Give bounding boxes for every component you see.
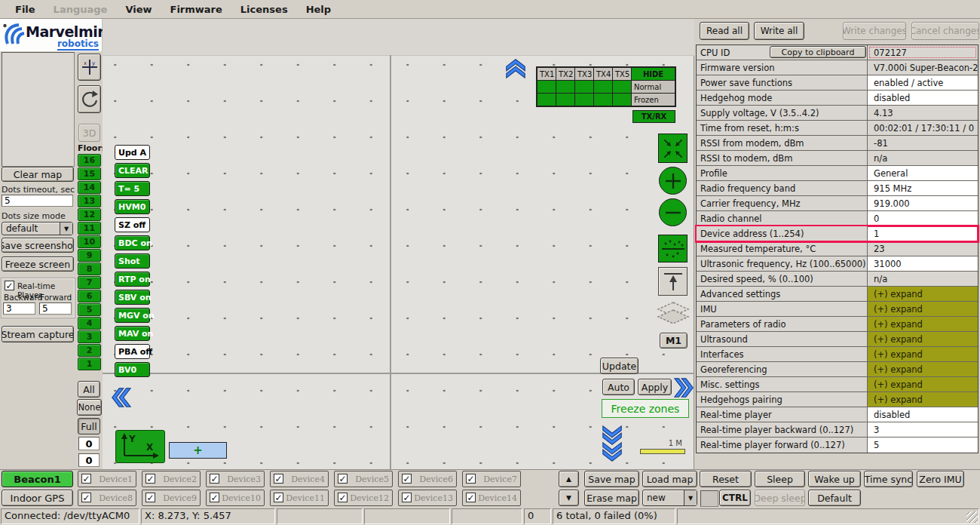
floor-button-5[interactable]: 5 [78, 303, 101, 316]
scroll-up-button[interactable]: ▲ [559, 471, 579, 487]
tx-state-cell-r1c1[interactable] [537, 81, 556, 93]
device-checkbox-device6[interactable]: ✓Device6 [398, 471, 457, 487]
floor-button-12[interactable]: 12 [78, 208, 101, 221]
expand-right-icon[interactable] [673, 376, 696, 400]
device-list[interactable] [2, 52, 75, 167]
floor-button-9[interactable]: 9 [78, 249, 101, 262]
param-value-real-time-player-forward-0-127[interactable]: 5 [868, 438, 978, 453]
fit-view-button[interactable] [658, 134, 688, 163]
map-button-sbv-on[interactable]: SBV on [115, 290, 150, 305]
chevron-down-icon[interactable]: ▼ [60, 223, 72, 235]
device-checkbox-device13[interactable]: ✓Device13 [398, 490, 457, 506]
param-value-real-time-player[interactable]: disabled [868, 407, 978, 422]
clear-map-button[interactable]: Clear map [2, 167, 74, 182]
param-value-imu[interactable]: (+) expand [868, 302, 978, 316]
floor-button-2[interactable]: 2 [78, 344, 101, 357]
menu-item-licenses[interactable]: Licenses [231, 4, 297, 15]
map-canvas[interactable]: TX1TX2TX3TX4TX5HIDENormalFrozen TX/RX Up… [103, 19, 694, 469]
device-checkbox-device10[interactable]: ✓Device10 [206, 490, 265, 506]
save-map-button[interactable]: Save map [584, 471, 639, 487]
copy-to-clipboard-button[interactable]: Copy to clipboard [770, 46, 866, 58]
tx-row-label-normal[interactable]: Normal [632, 81, 675, 93]
auto-button[interactable]: Auto [602, 379, 635, 395]
device-checkbox-device2[interactable]: ✓Device2 [142, 471, 201, 487]
param-value-advanced-settings[interactable]: (+) expand [868, 287, 978, 301]
param-value-ultrasound[interactable]: (+) expand [868, 332, 978, 346]
menu-item-firmware[interactable]: Firmware [161, 4, 231, 15]
checkbox-icon[interactable]: ✓ [274, 474, 283, 484]
checkbox-icon[interactable]: ✓ [466, 474, 476, 484]
dots-size-mode-select[interactable]: default ▼ [2, 222, 73, 235]
checkbox-icon[interactable]: ✓ [81, 493, 91, 502]
checkbox-icon[interactable]: ✓ [338, 493, 348, 502]
wake-up-button[interactable]: Wake up [808, 471, 861, 487]
device-checkbox-device7[interactable]: ✓Device7 [462, 471, 521, 487]
floor-spin-upper[interactable] [78, 437, 100, 450]
tx-header-tx1[interactable]: TX1 [537, 68, 556, 80]
param-value-hedgehog-mode[interactable]: disabled [868, 91, 978, 105]
floor-button-14[interactable]: 14 [78, 181, 101, 194]
collapse-up-icon[interactable] [504, 57, 528, 79]
update-button[interactable]: Update [600, 358, 639, 374]
param-value-ultrasonic-frequency-hz-100-65000[interactable]: 31000 [868, 256, 978, 271]
map-button-bv0[interactable]: BV0 [115, 362, 150, 377]
param-value-device-address-1-254[interactable]: 1 [868, 226, 978, 241]
realtime-player-checkbox[interactable]: ✓ [5, 281, 14, 290]
param-value-carrier-frequency-mhz[interactable]: 919.000 [868, 196, 978, 210]
tx-state-cell-r2c1[interactable] [537, 94, 556, 106]
param-value-real-time-player-backward-0-127[interactable]: 3 [868, 422, 978, 437]
tx-state-cell-r1c3[interactable] [575, 81, 593, 93]
chevron-down-icon[interactable]: ▼ [684, 490, 697, 505]
forward-input[interactable] [39, 302, 72, 315]
tx-state-cell-r1c2[interactable] [556, 81, 574, 93]
tx-state-cell-r2c2[interactable] [556, 94, 574, 106]
ctrl-checkbox[interactable] [700, 490, 718, 507]
floors-full-button[interactable]: Full [78, 418, 100, 434]
param-value-hedgehogs-pairing[interactable]: (+) expand [868, 392, 978, 407]
param-value-parameters-of-radio[interactable]: (+) expand [868, 317, 978, 331]
tx-row-label-hide[interactable]: HIDE [632, 68, 675, 80]
read-all-button[interactable]: Read all [700, 22, 749, 40]
floor-button-1[interactable]: 1 [78, 358, 101, 370]
tx-row-label-frozen[interactable]: Frozen [632, 94, 675, 106]
device-checkbox-device12[interactable]: ✓Device12 [334, 490, 393, 506]
xy-axes-button[interactable]: x y [78, 54, 101, 81]
device-checkbox-device11[interactable]: ✓Device11 [270, 490, 329, 506]
device-checkbox-device1[interactable]: ✓Device1 [78, 471, 136, 487]
floor-button-4[interactable]: 4 [78, 317, 101, 330]
checkbox-icon[interactable]: ✓ [210, 493, 219, 502]
write-all-button[interactable]: Write all [754, 22, 804, 40]
map-button-hvm0[interactable]: HVM0 [115, 199, 150, 214]
param-value-radio-channel[interactable]: 0 [868, 211, 978, 226]
save-screenshot-button[interactable]: Save screenshot [2, 238, 74, 253]
m1-button[interactable]: M1 [660, 333, 688, 348]
device-checkbox-device3[interactable]: ✓Device3 [206, 471, 265, 487]
collapse-left-icon[interactable] [109, 385, 132, 410]
map-button-mgv-on[interactable]: MGV on [115, 308, 150, 323]
load-map-button[interactable]: Load map [642, 471, 697, 487]
floor-button-6[interactable]: 6 [78, 290, 101, 302]
tx-header-tx3[interactable]: TX3 [575, 68, 593, 80]
floor-button-13[interactable]: 13 [78, 195, 101, 207]
apply-button[interactable]: Apply [638, 379, 672, 395]
zoom-in-button[interactable] [659, 167, 687, 195]
menu-item-file[interactable]: File [6, 4, 44, 15]
floor-button-15[interactable]: 15 [78, 167, 101, 180]
zero-imu-button[interactable]: Zero IMU [917, 471, 964, 487]
floor-button-7[interactable]: 7 [78, 276, 101, 289]
checkbox-icon[interactable]: ✓ [402, 493, 412, 502]
tx-rx-toggle[interactable]: TX/RX [632, 110, 675, 123]
tx-state-cell-r2c5[interactable] [613, 94, 631, 106]
map-button-pba-off[interactable]: PBA off [115, 344, 150, 359]
tx-state-cell-r2c4[interactable] [594, 94, 612, 106]
time-sync-button[interactable]: Time sync [864, 471, 913, 487]
map-button-bdc-on[interactable]: BDC on [115, 235, 150, 250]
floor-button-11[interactable]: 11 [78, 222, 101, 235]
checkbox-icon[interactable]: ✓ [274, 493, 283, 502]
map-name-select[interactable]: new ▼ [642, 490, 697, 506]
floor-spin-lower[interactable] [78, 453, 100, 467]
tx-header-tx4[interactable]: TX4 [594, 68, 612, 80]
param-value-profile[interactable]: General [868, 166, 978, 180]
checkbox-icon[interactable]: ✓ [402, 474, 412, 484]
map-button-mav-on[interactable]: MAV on [115, 326, 150, 341]
